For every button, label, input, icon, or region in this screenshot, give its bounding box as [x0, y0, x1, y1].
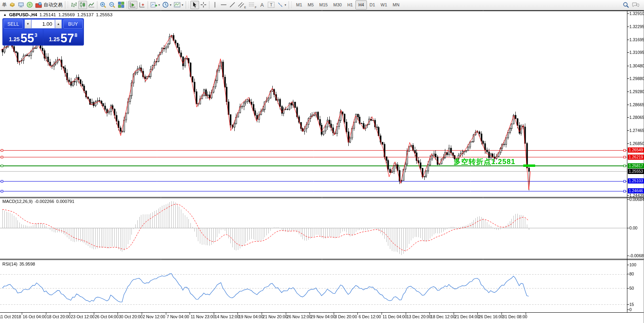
arrows-button[interactable]: ▾: [276, 1, 287, 9]
trendline-icon[interactable]: [228, 1, 237, 9]
chart-title: ▲ GBPUSD-,H4 1.25141 1.25569 1.25137 1.2…: [3, 12, 112, 17]
price-line-label: 1.25817: [628, 163, 644, 168]
cursor-icon[interactable]: [190, 1, 199, 9]
new-order-button[interactable]: 单: [1, 1, 8, 9]
dropdown-caret: ▾: [182, 3, 183, 7]
text-icon[interactable]: A: [258, 1, 266, 9]
zoom-out-icon[interactable]: [108, 1, 117, 9]
tab-d1[interactable]: D1: [367, 0, 378, 10]
price-axis-tick: 1.29280: [629, 89, 644, 94]
date-axis-label: 11 Oct 2018: [0, 314, 21, 319]
collapse-triangle-icon[interactable]: ▲: [3, 13, 7, 17]
date-axis-label: 19 Nov 04:00: [239, 314, 263, 319]
price-axis-tick: 1.30480: [629, 63, 644, 68]
tab-w1[interactable]: W1: [378, 0, 390, 10]
autotrading-icon: [35, 2, 42, 8]
date-axis-label: 11 Nov 23:00: [191, 314, 215, 319]
date-axis-label: 21 Nov 20:00: [263, 314, 287, 319]
search-icon[interactable]: [621, 1, 631, 9]
annotation-thick-line[interactable]: [523, 164, 535, 167]
dropdown-caret: ▾: [158, 3, 160, 7]
price-line-label: 1.25553: [628, 169, 644, 174]
date-axis-label: 26 Nov 12:00: [287, 314, 311, 319]
gold-icon[interactable]: [8, 1, 17, 9]
crosshair-icon[interactable]: [199, 1, 208, 9]
sell-quote[interactable]: 1.25 55 3: [4, 29, 43, 44]
date-axis-label: 18 Dec 12:00: [431, 314, 455, 319]
tab-h1[interactable]: H1: [344, 0, 355, 10]
rsi-axis-tick: 0: [629, 307, 644, 312]
tab-h4[interactable]: H4: [355, 0, 367, 10]
macd-axis-tick: -0.006894: [629, 253, 644, 258]
equidistant-channel-icon[interactable]: E: [237, 1, 247, 9]
price-line-label: 1.26219: [628, 155, 644, 160]
symbol-period: GBPUSD-,H4: [9, 12, 37, 17]
volume-input[interactable]: 1.00: [31, 19, 55, 29]
price-axis-tick: 1.32910: [629, 11, 644, 16]
date-axis-label: 26 Oct 04:00: [95, 314, 118, 319]
price-axis-tick: 1.31095: [629, 50, 644, 55]
price-line-label: 1.26549: [628, 147, 644, 153]
rsi-axis-tick: 100: [629, 262, 644, 267]
rsi-axis-tick: 15: [629, 302, 644, 307]
ohlc-close: 1.25553: [96, 12, 113, 17]
date-axis-label: 11 Dec 04:00: [383, 314, 407, 319]
periods-button[interactable]: ▾: [161, 1, 173, 9]
chart-canvas[interactable]: [0, 0, 644, 323]
candlestick-chart-icon[interactable]: [78, 1, 87, 9]
horizontal-line-icon[interactable]: [219, 1, 228, 9]
macd-axis-tick: 0.00: [629, 226, 644, 230]
macd-axis-tick: 0.006844: [629, 197, 644, 202]
macd-label: MACD(12,26,9)-0.0022660.000791: [2, 199, 74, 204]
vertical-line-icon[interactable]: [211, 1, 219, 9]
price-axis-tick: 1.32295: [629, 24, 644, 29]
price-axis-tick: 1.28665: [629, 102, 644, 107]
turning-point-annotation[interactable]: 多空转折点1.2581: [454, 157, 515, 166]
autotrading-button[interactable]: 自动交易: [34, 1, 64, 9]
dropdown-caret: ▾: [285, 3, 286, 7]
signal-icon[interactable]: [25, 1, 34, 9]
price-axis-tick: 1.31695: [629, 37, 644, 42]
date-axis-label: 30 Oct 20:00: [119, 314, 142, 319]
zoom-in-icon[interactable]: [99, 1, 108, 9]
rsi-axis-tick: 50: [629, 286, 644, 291]
chart-shift-icon[interactable]: [137, 1, 146, 9]
dropdown-caret: ▾: [170, 3, 171, 7]
volume-down-button[interactable]: ▼: [25, 19, 31, 29]
buy-button[interactable]: BUY: [63, 19, 83, 29]
text-label-icon[interactable]: T: [266, 1, 276, 9]
periods-clock-icon: [162, 2, 169, 8]
tab-m30[interactable]: M30: [331, 0, 344, 10]
add-indicator-button[interactable]: ▾: [149, 1, 161, 9]
sell-button[interactable]: SELL: [4, 19, 23, 29]
date-axis-label: 29 Nov 04:00: [311, 314, 335, 319]
templates-button[interactable]: ▾: [173, 1, 184, 9]
line-chart-icon[interactable]: [87, 1, 96, 9]
date-axis-label: 7 Nov 04:00: [167, 314, 189, 319]
ohlc-low: 1.25137: [77, 12, 94, 17]
price-line-label: 1.24646: [628, 188, 644, 193]
date-axis-label: 26 Dec 16:00: [479, 314, 503, 319]
terminal-icon[interactable]: [17, 1, 25, 9]
tab-mn[interactable]: MN: [390, 0, 402, 10]
fibonacci-icon[interactable]: F: [247, 1, 258, 9]
price-axis-tick: 1.29880: [629, 76, 644, 81]
price-line-label: 1.25103: [628, 178, 644, 183]
arrows-icon: [277, 2, 283, 8]
date-axis-label: 16 Oct 04:00: [23, 314, 47, 319]
tab-m1[interactable]: M1: [293, 0, 305, 10]
svg-text:T: T: [270, 2, 273, 7]
volume-up-button[interactable]: ▲: [55, 19, 62, 29]
chat-icon[interactable]: [631, 1, 641, 9]
date-axis-label: 6 Dec 12:00: [359, 314, 381, 319]
tab-m5[interactable]: M5: [305, 0, 316, 10]
rsi-axis-tick: 80: [629, 271, 644, 276]
buy-quote[interactable]: 1.25 57 8: [44, 29, 83, 44]
bar-chart-icon[interactable]: [70, 1, 78, 9]
toolbar: 单 自动交易 ▾ ▾: [0, 0, 644, 10]
tile-windows-icon[interactable]: [117, 1, 125, 9]
date-axis-label: 23 Oct 12:00: [71, 314, 95, 319]
date-axis-label: 31 Dec 08:00: [503, 314, 527, 319]
tab-m15[interactable]: M15: [317, 0, 331, 10]
auto-scroll-icon[interactable]: [128, 1, 137, 9]
